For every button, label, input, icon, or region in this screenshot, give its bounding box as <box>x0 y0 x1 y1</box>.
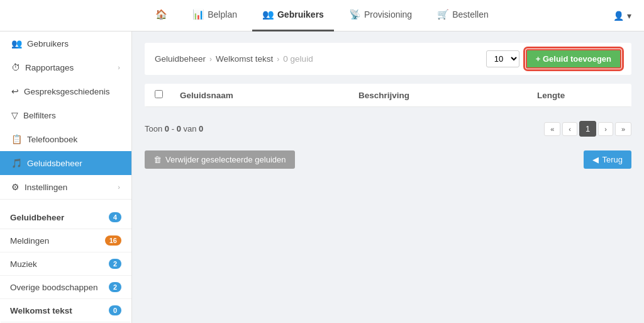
sidebar-instellingen-label: Instellingen <box>25 183 67 192</box>
geluid-meldingen-badge: 16 <box>105 235 121 246</box>
sidebar-telefoonboek-icon: 📋 <box>11 134 22 144</box>
pagination-row: Toon 0 - 0 van 0 « ‹ 1 › » <box>145 116 631 139</box>
toon-label: Toon <box>145 124 162 133</box>
chevron-right-icon: › <box>118 64 120 71</box>
content-area: 👥 Gebruikers ⏱ Rapportages › ↩ <box>0 31 644 323</box>
nav-bestellen[interactable]: 🛒 Bestellen <box>427 0 499 31</box>
table-header: Geluidsnaam Beschrijving Lengte <box>145 84 631 107</box>
pagination-to: 0 <box>177 124 181 133</box>
sidebar-top: 👥 Gebruikers ⏱ Rapportages › ↩ <box>0 31 131 200</box>
provisioning-icon: 📡 <box>349 9 361 20</box>
geluid-item-muziek[interactable]: Muziek 2 <box>0 252 131 276</box>
sidebar-belfilters-icon: ▽ <box>11 110 18 120</box>
geluid-item-overige[interactable]: Overige boodschappen 2 <box>0 276 131 299</box>
geluid-meldingen-label: Meldingen <box>10 236 49 246</box>
sidebar-gespreks-icon: ↩ <box>11 86 19 96</box>
col-lengte: Lengte <box>537 91 621 100</box>
breadcrumb-current: 0 geluid <box>283 54 313 64</box>
delete-icon: 🗑 <box>153 155 162 164</box>
geluid-overige-label: Overige boodschappen <box>10 283 98 292</box>
sidebar-gebruikers-icon: 👥 <box>11 38 22 48</box>
breadcrumb-sep-2: › <box>277 55 279 64</box>
delete-label: Verwijder geselecteerde geluiden <box>165 155 286 164</box>
nav-gebruikers-label: Gebruikers <box>277 9 324 20</box>
breadcrumb-sep-1: › <box>209 55 212 64</box>
breadcrumb-parent[interactable]: Welkomst tekst <box>216 54 273 64</box>
sidebar-belfilters-label: Belfilters <box>23 111 56 120</box>
checkbox-all[interactable] <box>155 90 163 98</box>
sidebar-rapportages-label: Rapportages <box>25 63 74 72</box>
page-prev-button[interactable]: ‹ <box>562 122 577 136</box>
gebruikers-icon: 👥 <box>262 9 274 20</box>
sidebar-geluid-icon: 🎵 <box>11 158 22 168</box>
sidebar-instellingen-icon: ⚙ <box>11 182 19 192</box>
belplan-icon: 📊 <box>192 9 204 20</box>
user-arrow: ▾ <box>627 11 631 21</box>
sidebar-geluid-label: Geluidsbeheer <box>27 159 82 168</box>
user-icon: 👤 <box>613 11 624 21</box>
sidebar-rapportages-icon: ⏱ <box>11 62 20 72</box>
nav-gebruikers[interactable]: 👥 Gebruikers <box>252 0 334 31</box>
page-wrapper: 🏠 📊 Belplan 👥 Gebruikers 📡 Provisioning … <box>0 0 644 323</box>
breadcrumb-root[interactable]: Geluidbeheer <box>155 54 206 64</box>
geluid-panel-badge: 4 <box>109 212 121 222</box>
col-geluidsnaam: Geluidsnaam <box>180 91 348 100</box>
nav-home[interactable]: 🏠 <box>145 0 177 31</box>
back-arrow-icon: ◀ <box>592 155 599 164</box>
breadcrumb-actions: 10 25 50 + Geluid toevoegen <box>486 49 621 69</box>
per-page-select[interactable]: 10 25 50 <box>486 50 519 67</box>
sidebar-telefoonboek-label: Telefoonboek <box>27 135 77 144</box>
geluid-muziek-badge: 2 <box>109 259 121 269</box>
sidebar-gespreks-label: Gespreksgeschiedenis <box>24 87 110 96</box>
sidebar-item-gespreksgeschiedenis[interactable]: ↩ Gespreksgeschiedenis <box>0 79 131 103</box>
page-1-label: 1 <box>586 124 590 133</box>
page-first-button[interactable]: « <box>544 122 560 136</box>
nav-items: 🏠 📊 Belplan 👥 Gebruikers 📡 Provisioning … <box>145 0 499 31</box>
nav-belplan-label: Belplan <box>208 9 237 20</box>
user-menu[interactable]: 👤 ▾ <box>613 11 631 21</box>
pagination-info: Toon 0 - 0 van 0 <box>145 124 203 133</box>
breadcrumb: Geluidbeheer › Welkomst tekst › 0 geluid <box>155 54 313 64</box>
geluid-item-meldingen[interactable]: Meldingen 16 <box>0 229 131 252</box>
sidebar-gebruikers-label: Gebruikers <box>27 39 69 48</box>
nav-bestellen-label: Bestellen <box>452 9 489 20</box>
geluid-welkomst-badge: 0 <box>109 305 121 315</box>
instellingen-chevron-icon: › <box>118 183 120 191</box>
sidebar-item-gebruikers[interactable]: 👥 Gebruikers <box>0 31 131 55</box>
back-button[interactable]: ◀ Terug <box>584 150 631 169</box>
sidebar-item-instellingen[interactable]: ⚙ Instellingen › <box>0 175 131 199</box>
geluid-item-welkomst[interactable]: Welkomst tekst 0 <box>0 299 131 322</box>
page-1-button[interactable]: 1 <box>579 121 596 137</box>
pagination-total: 0 <box>199 124 203 133</box>
nav-provisioning[interactable]: 📡 Provisioning <box>339 0 422 31</box>
page-last-button[interactable]: » <box>615 122 631 136</box>
col-beschrijving: Beschrijving <box>358 91 527 100</box>
select-all-checkbox[interactable] <box>155 90 170 100</box>
delete-selected-button[interactable]: 🗑 Verwijder geselecteerde geluiden <box>145 150 295 169</box>
geluid-sub-panel: Geluidbeheer 4 Meldingen 16 Muziek 2 Ove… <box>0 206 131 323</box>
left-panel: 👥 Gebruikers ⏱ Rapportages › ↩ <box>0 31 132 323</box>
sidebar-item-telefoonboek[interactable]: 📋 Telefoonboek <box>0 127 131 151</box>
sidebar-item-belfilters[interactable]: ▽ Belfilters <box>0 103 131 127</box>
sidebar-item-rapportages[interactable]: ⏱ Rapportages › <box>0 55 131 79</box>
geluid-muziek-label: Muziek <box>10 259 37 269</box>
pagination-from: 0 <box>165 124 169 133</box>
van-label: van <box>183 124 196 133</box>
top-nav: 🏠 📊 Belplan 👥 Gebruikers 📡 Provisioning … <box>0 0 644 31</box>
home-icon: 🏠 <box>155 9 167 20</box>
nav-provisioning-label: Provisioning <box>364 9 412 20</box>
bottom-actions: 🗑 Verwijder geselecteerde geluiden ◀ Ter… <box>145 148 631 171</box>
geluid-welkomst-label: Welkomst tekst <box>10 306 72 315</box>
back-label: Terug <box>602 155 623 164</box>
add-geluid-label: + Geluid toevoegen <box>536 54 611 64</box>
breadcrumb-row: Geluidbeheer › Welkomst tekst › 0 geluid… <box>145 43 631 75</box>
nav-belplan[interactable]: 📊 Belplan <box>182 0 247 31</box>
pagination-controls: « ‹ 1 › » <box>544 121 631 137</box>
geluid-overige-badge: 2 <box>109 282 121 292</box>
sidebar-item-geluidsbeheer[interactable]: 🎵 Geluidsbeheer <box>0 151 131 175</box>
table-container: Geluidsnaam Beschrijving Lengte <box>145 84 631 107</box>
page-next-button[interactable]: › <box>598 122 613 136</box>
geluid-panel-header: Geluidbeheer 4 <box>0 206 131 229</box>
add-geluid-button[interactable]: + Geluid toevoegen <box>526 49 621 69</box>
geluid-panel-title: Geluidbeheer <box>10 213 64 222</box>
